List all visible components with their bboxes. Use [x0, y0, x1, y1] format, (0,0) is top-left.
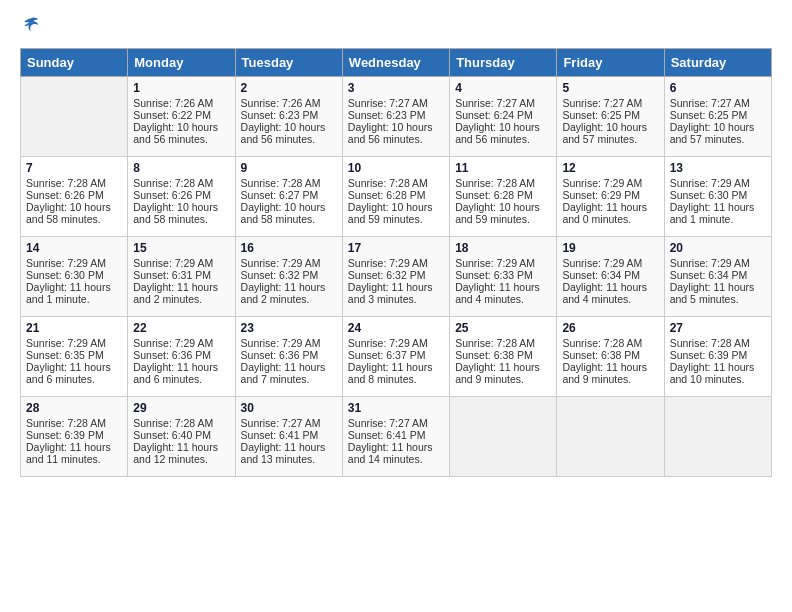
calendar-cell: 16Sunrise: 7:29 AMSunset: 6:32 PMDayligh…: [235, 237, 342, 317]
daylight-text: Daylight: 10 hours and 56 minutes.: [241, 121, 337, 145]
calendar-cell: 1Sunrise: 7:26 AMSunset: 6:22 PMDaylight…: [128, 77, 235, 157]
daylight-text: Daylight: 11 hours and 4 minutes.: [562, 281, 658, 305]
daylight-text: Daylight: 11 hours and 12 minutes.: [133, 441, 229, 465]
sunrise-text: Sunrise: 7:27 AM: [241, 417, 337, 429]
sunset-text: Sunset: 6:34 PM: [562, 269, 658, 281]
day-number: 26: [562, 321, 658, 335]
sunrise-text: Sunrise: 7:28 AM: [562, 337, 658, 349]
header-sunday: Sunday: [21, 49, 128, 77]
calendar-week-row: 7Sunrise: 7:28 AMSunset: 6:26 PMDaylight…: [21, 157, 772, 237]
calendar-cell: 8Sunrise: 7:28 AMSunset: 6:26 PMDaylight…: [128, 157, 235, 237]
sunset-text: Sunset: 6:26 PM: [133, 189, 229, 201]
sunrise-text: Sunrise: 7:29 AM: [133, 257, 229, 269]
sunset-text: Sunset: 6:40 PM: [133, 429, 229, 441]
calendar-cell: [21, 77, 128, 157]
day-number: 6: [670, 81, 766, 95]
sunset-text: Sunset: 6:28 PM: [455, 189, 551, 201]
sunset-text: Sunset: 6:37 PM: [348, 349, 444, 361]
sunrise-text: Sunrise: 7:28 AM: [26, 417, 122, 429]
sunset-text: Sunset: 6:38 PM: [455, 349, 551, 361]
day-number: 22: [133, 321, 229, 335]
calendar-cell: 11Sunrise: 7:28 AMSunset: 6:28 PMDayligh…: [450, 157, 557, 237]
sunrise-text: Sunrise: 7:29 AM: [670, 257, 766, 269]
sunrise-text: Sunrise: 7:29 AM: [133, 337, 229, 349]
daylight-text: Daylight: 10 hours and 59 minutes.: [348, 201, 444, 225]
daylight-text: Daylight: 11 hours and 2 minutes.: [241, 281, 337, 305]
calendar-cell: 28Sunrise: 7:28 AMSunset: 6:39 PMDayligh…: [21, 397, 128, 477]
day-number: 21: [26, 321, 122, 335]
calendar-week-row: 28Sunrise: 7:28 AMSunset: 6:39 PMDayligh…: [21, 397, 772, 477]
calendar-cell: 23Sunrise: 7:29 AMSunset: 6:36 PMDayligh…: [235, 317, 342, 397]
calendar-cell: 25Sunrise: 7:28 AMSunset: 6:38 PMDayligh…: [450, 317, 557, 397]
calendar-cell: 13Sunrise: 7:29 AMSunset: 6:30 PMDayligh…: [664, 157, 771, 237]
sunrise-text: Sunrise: 7:28 AM: [348, 177, 444, 189]
daylight-text: Daylight: 11 hours and 4 minutes.: [455, 281, 551, 305]
sunrise-text: Sunrise: 7:29 AM: [670, 177, 766, 189]
calendar-week-row: 14Sunrise: 7:29 AMSunset: 6:30 PMDayligh…: [21, 237, 772, 317]
sunset-text: Sunset: 6:31 PM: [133, 269, 229, 281]
header-monday: Monday: [128, 49, 235, 77]
sunset-text: Sunset: 6:29 PM: [562, 189, 658, 201]
day-number: 29: [133, 401, 229, 415]
day-number: 17: [348, 241, 444, 255]
daylight-text: Daylight: 11 hours and 7 minutes.: [241, 361, 337, 385]
sunrise-text: Sunrise: 7:28 AM: [26, 177, 122, 189]
sunrise-text: Sunrise: 7:29 AM: [455, 257, 551, 269]
sunrise-text: Sunrise: 7:28 AM: [241, 177, 337, 189]
sunrise-text: Sunrise: 7:29 AM: [241, 257, 337, 269]
sunrise-text: Sunrise: 7:26 AM: [133, 97, 229, 109]
day-number: 14: [26, 241, 122, 255]
sunrise-text: Sunrise: 7:27 AM: [348, 417, 444, 429]
calendar-cell: 26Sunrise: 7:28 AMSunset: 6:38 PMDayligh…: [557, 317, 664, 397]
day-number: 10: [348, 161, 444, 175]
calendar-cell: 12Sunrise: 7:29 AMSunset: 6:29 PMDayligh…: [557, 157, 664, 237]
calendar-cell: 20Sunrise: 7:29 AMSunset: 6:34 PMDayligh…: [664, 237, 771, 317]
daylight-text: Daylight: 11 hours and 11 minutes.: [26, 441, 122, 465]
daylight-text: Daylight: 11 hours and 5 minutes.: [670, 281, 766, 305]
sunrise-text: Sunrise: 7:26 AM: [241, 97, 337, 109]
daylight-text: Daylight: 11 hours and 0 minutes.: [562, 201, 658, 225]
sunrise-text: Sunrise: 7:28 AM: [670, 337, 766, 349]
day-number: 4: [455, 81, 551, 95]
sunrise-text: Sunrise: 7:29 AM: [562, 177, 658, 189]
calendar-cell: 10Sunrise: 7:28 AMSunset: 6:28 PMDayligh…: [342, 157, 449, 237]
page-header: [20, 20, 772, 38]
sunset-text: Sunset: 6:27 PM: [241, 189, 337, 201]
logo: [20, 20, 40, 38]
calendar-cell: 31Sunrise: 7:27 AMSunset: 6:41 PMDayligh…: [342, 397, 449, 477]
daylight-text: Daylight: 11 hours and 3 minutes.: [348, 281, 444, 305]
sunrise-text: Sunrise: 7:29 AM: [26, 257, 122, 269]
daylight-text: Daylight: 11 hours and 13 minutes.: [241, 441, 337, 465]
sunrise-text: Sunrise: 7:29 AM: [26, 337, 122, 349]
day-number: 19: [562, 241, 658, 255]
sunrise-text: Sunrise: 7:28 AM: [133, 417, 229, 429]
sunrise-text: Sunrise: 7:27 AM: [670, 97, 766, 109]
daylight-text: Daylight: 11 hours and 14 minutes.: [348, 441, 444, 465]
calendar-cell: 9Sunrise: 7:28 AMSunset: 6:27 PMDaylight…: [235, 157, 342, 237]
calendar-cell: 3Sunrise: 7:27 AMSunset: 6:23 PMDaylight…: [342, 77, 449, 157]
sunrise-text: Sunrise: 7:29 AM: [562, 257, 658, 269]
sunset-text: Sunset: 6:23 PM: [348, 109, 444, 121]
sunset-text: Sunset: 6:32 PM: [241, 269, 337, 281]
sunset-text: Sunset: 6:38 PM: [562, 349, 658, 361]
day-number: 8: [133, 161, 229, 175]
sunset-text: Sunset: 6:34 PM: [670, 269, 766, 281]
calendar-cell: 19Sunrise: 7:29 AMSunset: 6:34 PMDayligh…: [557, 237, 664, 317]
day-number: 31: [348, 401, 444, 415]
day-number: 9: [241, 161, 337, 175]
calendar-cell: 5Sunrise: 7:27 AMSunset: 6:25 PMDaylight…: [557, 77, 664, 157]
sunset-text: Sunset: 6:39 PM: [26, 429, 122, 441]
calendar-cell: 6Sunrise: 7:27 AMSunset: 6:25 PMDaylight…: [664, 77, 771, 157]
daylight-text: Daylight: 10 hours and 58 minutes.: [26, 201, 122, 225]
daylight-text: Daylight: 11 hours and 2 minutes.: [133, 281, 229, 305]
logo-bird-icon: [22, 16, 40, 34]
header-row: Sunday Monday Tuesday Wednesday Thursday…: [21, 49, 772, 77]
daylight-text: Daylight: 11 hours and 6 minutes.: [26, 361, 122, 385]
day-number: 30: [241, 401, 337, 415]
sunrise-text: Sunrise: 7:28 AM: [455, 177, 551, 189]
sunrise-text: Sunrise: 7:27 AM: [562, 97, 658, 109]
calendar-cell: 27Sunrise: 7:28 AMSunset: 6:39 PMDayligh…: [664, 317, 771, 397]
day-number: 18: [455, 241, 551, 255]
daylight-text: Daylight: 11 hours and 1 minute.: [26, 281, 122, 305]
day-number: 13: [670, 161, 766, 175]
